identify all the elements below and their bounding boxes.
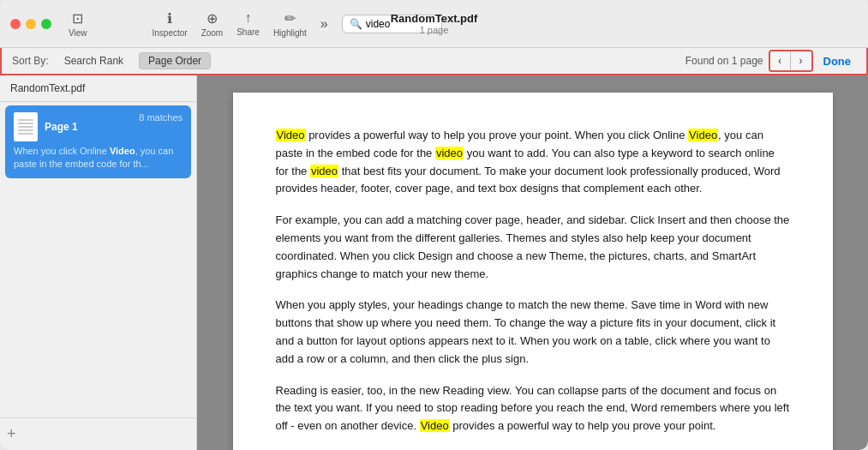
done-button[interactable]: Done [818, 53, 857, 69]
sidebar: RandomText.pdf Page [0, 75, 197, 450]
found-label: Found on 1 page [685, 55, 763, 67]
pdf-paragraph-3: When you apply styles, your headings cha… [276, 297, 790, 368]
sidebar-bottom: + [0, 417, 196, 450]
sort-search-rank[interactable]: Search Rank [56, 53, 132, 69]
highlight-icon: ✏ [284, 10, 296, 27]
maximize-button[interactable] [41, 19, 51, 29]
toolbar-share[interactable]: ↑ Share [230, 7, 266, 40]
share-icon: ↑ [245, 10, 252, 26]
toolbar-inspector[interactable]: ℹ Inspector [146, 7, 195, 41]
main-content: RandomText.pdf Page [0, 75, 868, 450]
toolbar-zoom[interactable]: ⊕ Zoom [195, 7, 230, 41]
sidebar-result-item[interactable]: Page 1 8 matches When you click Online V… [5, 105, 191, 178]
highlight-video-1: Video [276, 129, 306, 141]
close-button[interactable] [10, 19, 21, 29]
search-icon: 🔍 [350, 18, 362, 30]
inspector-icon: ℹ [167, 10, 172, 27]
toolbar-view[interactable]: ⊡ View [62, 7, 94, 41]
sidebar-file-label: RandomText.pdf [0, 75, 196, 102]
titlebar: ⊡ View RandomText.pdf 1 page ℹ Inspector… [0, 0, 868, 48]
titlebar-center: RandomText.pdf 1 page [391, 12, 478, 35]
sidebar-page-title: Page 1 [45, 121, 78, 133]
sort-by-label: Sort By: [12, 55, 49, 67]
page-count: 1 page [420, 25, 449, 35]
zoom-icon: ⊕ [207, 10, 218, 27]
sidebar-matches: 8 matches [139, 112, 183, 123]
page-thumbnail [14, 112, 38, 141]
sidebar-preview: When you click Online Video, you can pas… [14, 145, 183, 171]
pdf-area[interactable]: Video provides a powerful way to help yo… [197, 75, 868, 450]
sortbar-right: Found on 1 page ‹ › Done [685, 50, 856, 72]
highlight-video-3: video [435, 147, 464, 159]
filename-title: RandomText.pdf [391, 12, 478, 25]
minimize-button[interactable] [26, 19, 36, 29]
next-arrow[interactable]: › [791, 51, 811, 70]
prev-arrow[interactable]: ‹ [770, 51, 791, 70]
pdf-paragraph-4: Reading is easier, too, in the new Readi… [276, 382, 790, 435]
window: ⊡ View RandomText.pdf 1 page ℹ Inspector… [0, 0, 868, 450]
highlight-video-2: Video [688, 129, 718, 141]
traffic-lights [10, 19, 51, 29]
nav-arrows: ‹ › [769, 50, 813, 72]
highlight-video-4: video [310, 165, 338, 177]
view-icon: ⊡ [72, 10, 83, 27]
toolbar-highlight[interactable]: ✏ Highlight [266, 7, 314, 41]
add-button[interactable]: + [7, 425, 16, 443]
sort-page-order[interactable]: Page Order [139, 52, 211, 69]
pdf-paragraph-2: For example, you can add a matching cove… [276, 212, 790, 283]
more-icon: » [320, 16, 328, 32]
pdf-paragraph-1: Video provides a powerful way to help yo… [276, 127, 790, 198]
toolbar-more[interactable]: » [314, 13, 335, 35]
highlight-video-5: Video [420, 419, 450, 432]
sortbar: Sort By: Search Rank Page Order Found on… [0, 48, 868, 75]
pdf-page: Video provides a powerful way to help yo… [233, 93, 833, 450]
